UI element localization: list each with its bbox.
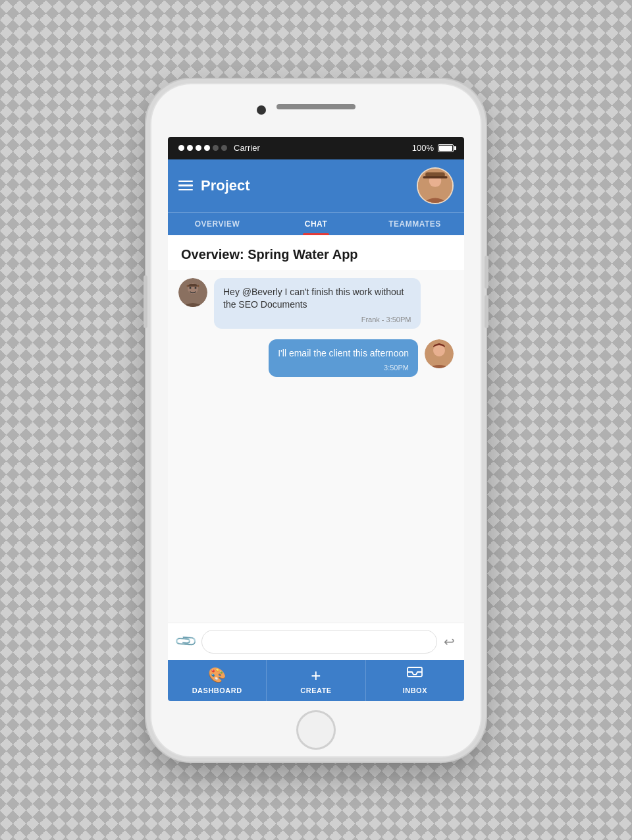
phone-screen: Carrier 100% Project	[168, 137, 464, 701]
hamburger-menu-icon[interactable]	[178, 181, 193, 191]
signal-dot-2	[187, 145, 193, 151]
battery-percent: 100%	[412, 143, 434, 153]
battery-fill	[439, 146, 452, 151]
tab-chat[interactable]: CHAT	[267, 213, 365, 235]
header-left: Project	[178, 177, 250, 194]
battery-icon	[438, 144, 454, 152]
hamburger-line-3	[178, 189, 193, 191]
message-row-1: Hey @Beverly I can't finish this work wi…	[178, 278, 454, 329]
create-icon: +	[311, 667, 321, 684]
beverly-avatar	[425, 339, 454, 368]
hamburger-line-1	[178, 181, 193, 182]
svg-point-7	[195, 287, 197, 289]
dashboard-icon: 🎨	[208, 667, 226, 684]
attach-icon[interactable]: 📎	[174, 629, 198, 654]
hamburger-line-2	[178, 184, 193, 186]
page-heading: Overview: Spring Water App	[168, 235, 464, 270]
earpiece-speaker	[276, 104, 356, 109]
signal-dot-4	[204, 145, 210, 151]
carrier-label: Carrier	[234, 143, 260, 153]
signal-dot-6	[221, 145, 227, 151]
message-meta-1: Frank - 3:50PM	[223, 316, 411, 323]
signal-area: Carrier	[178, 143, 260, 153]
inbox-icon	[407, 667, 423, 684]
app-header: Project	[168, 159, 464, 212]
message-bubble-2: I'll email the client this afternoon 3:5…	[269, 339, 418, 378]
battery-area: 100%	[412, 143, 454, 153]
chat-area: Hey @Beverly I can't finish this work wi…	[168, 270, 464, 623]
phone-top-bar	[151, 84, 481, 137]
front-camera	[257, 105, 266, 115]
home-button[interactable]	[296, 710, 336, 750]
svg-point-9	[433, 345, 445, 356]
bottom-nav: 🎨 DASHBOARD + CREATE INBOX	[168, 660, 464, 701]
message-text-2: I'll email the client this afternoon	[278, 347, 409, 360]
signal-dot-5	[213, 145, 219, 151]
create-label: CREATE	[300, 686, 331, 694]
nav-dashboard[interactable]: 🎨 DASHBOARD	[168, 660, 267, 701]
tab-teammates[interactable]: TEAMMATES	[365, 213, 464, 235]
tab-bar: OVERVIEW CHAT TEAMMATES	[168, 212, 464, 235]
message-row-2: I'll email the client this afternoon 3:5…	[178, 339, 454, 378]
send-icon[interactable]: ↩	[444, 634, 455, 650]
app-title: Project	[201, 177, 250, 194]
message-meta-2: 3:50PM	[278, 364, 409, 372]
message-text-1: Hey @Beverly I can't finish this work wi…	[223, 286, 411, 312]
power-button[interactable]	[144, 275, 147, 328]
svg-rect-3	[423, 176, 447, 179]
nav-create[interactable]: + CREATE	[267, 660, 365, 701]
volume-up-button[interactable]	[485, 256, 488, 289]
signal-dot-3	[196, 145, 201, 151]
signal-dot-1	[178, 145, 184, 151]
tab-overview[interactable]: OVERVIEW	[168, 213, 267, 235]
message-bubble-1: Hey @Beverly I can't finish this work wi…	[214, 278, 421, 329]
inbox-label: INBOX	[403, 686, 427, 694]
status-bar: Carrier 100%	[168, 137, 464, 159]
message-input[interactable]	[201, 630, 437, 654]
user-avatar[interactable]	[417, 167, 454, 204]
input-bar: 📎 ↩	[168, 623, 464, 660]
content-area: Overview: Spring Water App	[168, 235, 464, 660]
nav-inbox[interactable]: INBOX	[366, 660, 464, 701]
phone-shell: Carrier 100% Project	[151, 84, 481, 756]
dashboard-label: DASHBOARD	[192, 686, 242, 694]
volume-down-button[interactable]	[485, 295, 488, 328]
svg-point-6	[190, 287, 192, 289]
avatar-image	[418, 169, 452, 203]
frank-avatar	[178, 278, 207, 307]
